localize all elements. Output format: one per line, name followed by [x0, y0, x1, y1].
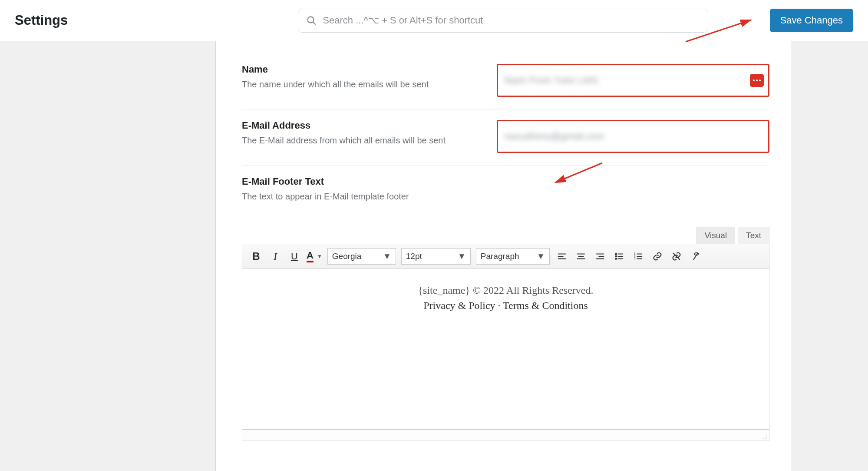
- search-input[interactable]: [323, 15, 700, 26]
- align-center-button[interactable]: [572, 248, 590, 265]
- editor-toolbar: B I U A▼ Georgia ▼ 12pt ▼ Paragraph ▼: [242, 244, 769, 269]
- unlink-button[interactable]: [668, 248, 685, 265]
- svg-point-27: [766, 435, 767, 436]
- name-input-highlight[interactable]: Nazir From Tutor LMS: [497, 64, 769, 97]
- top-bar: Settings Save Changes: [0, 0, 868, 41]
- tab-text[interactable]: Text: [738, 227, 769, 244]
- align-left-button[interactable]: [553, 248, 571, 265]
- block-format-value: Paragraph: [481, 252, 519, 261]
- align-right-button[interactable]: [591, 248, 609, 265]
- settings-panel: Name The name under which all the emails…: [216, 41, 791, 471]
- name-input-value: Nazir From Tutor LMS: [504, 75, 598, 86]
- underline-button[interactable]: U: [286, 248, 303, 265]
- main-column: Name The name under which all the emails…: [216, 41, 868, 471]
- field-row-footer: E-Mail Footer Text The text to appear in…: [242, 166, 769, 209]
- search-field[interactable]: [298, 9, 708, 33]
- font-family-select[interactable]: Georgia ▼: [327, 248, 396, 265]
- number-list-button[interactable]: 123: [630, 248, 647, 265]
- bullet-list-button[interactable]: [611, 248, 628, 265]
- email-input-value: nazudhimu@gmail.com: [504, 131, 604, 142]
- page-body: Name The name under which all the emails…: [0, 41, 868, 471]
- svg-point-28: [765, 437, 766, 438]
- font-size-select[interactable]: 12pt ▼: [401, 248, 471, 265]
- text-color-button[interactable]: A▼: [305, 251, 324, 262]
- email-input-highlight[interactable]: nazudhimu@gmail.com: [497, 120, 769, 153]
- search-icon: [306, 15, 317, 26]
- svg-text:3: 3: [634, 257, 636, 260]
- font-family-value: Georgia: [332, 252, 362, 261]
- field-name-sub: The name under which all the emails will…: [242, 80, 485, 90]
- svg-point-26: [694, 253, 698, 255]
- field-footer-sub: The text to appear in E-Mail template fo…: [242, 192, 769, 202]
- sidebar-column: [0, 41, 216, 471]
- editor-tabs: Visual Text: [242, 227, 769, 244]
- field-footer-label: E-Mail Footer Text: [242, 176, 769, 187]
- svg-point-30: [763, 438, 764, 439]
- editor-line-2: Privacy & Policy · Terms & Conditions: [251, 300, 760, 312]
- svg-point-29: [766, 437, 767, 438]
- font-size-value: 12pt: [406, 252, 422, 261]
- svg-point-13: [615, 253, 617, 255]
- page-title: Settings: [15, 13, 68, 28]
- svg-point-32: [766, 438, 767, 439]
- field-email-sub: The E-Mail address from which all emails…: [242, 136, 485, 146]
- clear-format-button[interactable]: [687, 248, 704, 265]
- svg-point-31: [765, 438, 766, 439]
- editor-content[interactable]: {site_name} © 2022 All Rights Reserved. …: [242, 269, 769, 430]
- italic-button[interactable]: I: [267, 248, 284, 265]
- field-name-label: Name: [242, 64, 485, 75]
- link-button[interactable]: [649, 248, 666, 265]
- field-email-label: E-Mail Address: [242, 120, 485, 131]
- save-changes-button[interactable]: Save Changes: [770, 9, 853, 32]
- svg-point-15: [615, 258, 617, 259]
- field-row-email: E-Mail Address The E-Mail address from w…: [242, 109, 769, 166]
- editor-footer-bar: [242, 430, 769, 441]
- svg-line-1: [313, 22, 315, 24]
- svg-point-14: [615, 256, 617, 257]
- tab-visual[interactable]: Visual: [696, 227, 735, 244]
- resize-grip-icon[interactable]: [761, 433, 768, 440]
- field-row-name: Name The name under which all the emails…: [242, 53, 769, 109]
- bold-button[interactable]: B: [248, 248, 265, 265]
- block-format-select[interactable]: Paragraph ▼: [476, 248, 550, 265]
- editor-line-1: {site_name} © 2022 All Rights Reserved.: [251, 285, 760, 296]
- more-icon[interactable]: [750, 74, 764, 87]
